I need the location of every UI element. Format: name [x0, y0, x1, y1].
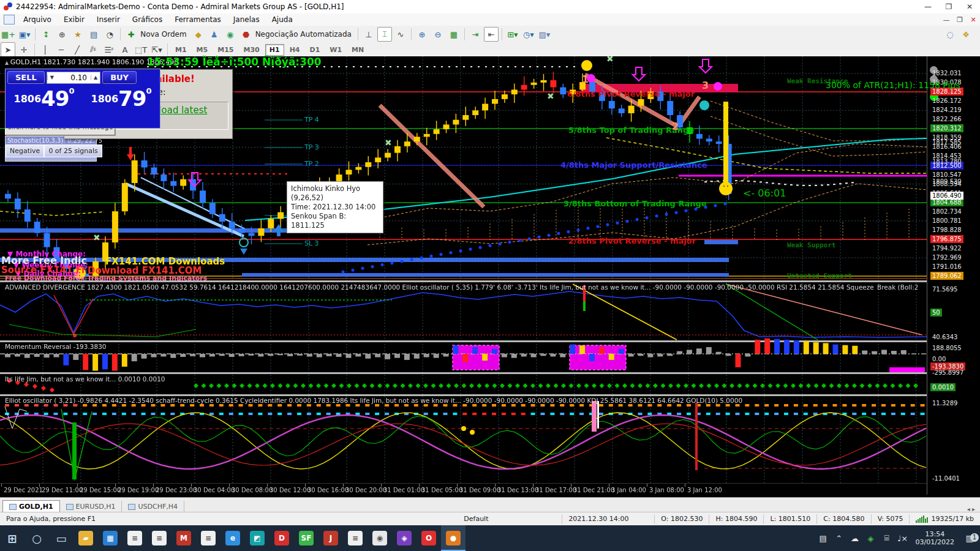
search-icon[interactable]: ◌	[943, 27, 957, 42]
chart-label-atr: 300% of ATR(21;H1): 1158 Pips	[826, 80, 960, 90]
document-3-icon[interactable]: ≡	[343, 525, 368, 551]
volume-down-icon[interactable]: ▼	[47, 75, 56, 80]
menu-ferramentas[interactable]: Ferramentas	[168, 14, 227, 25]
menu-janelas[interactable]: Janelas	[227, 14, 266, 25]
signals-icon[interactable]: ◉	[223, 27, 238, 42]
chart-tab-goldh1[interactable]: GOLD,H1	[2, 500, 60, 512]
teal-app-icon[interactable]: ◩	[245, 525, 270, 551]
timeframe-M30[interactable]: M30	[239, 44, 263, 56]
toolbox-button[interactable]: ▤	[86, 27, 101, 42]
chart-tab-eurusdh1[interactable]: EURUSD,H1	[60, 501, 123, 512]
chart-tab-usdchfh4[interactable]: USDCHF,H4	[122, 501, 184, 512]
line-chart-button[interactable]: ∿	[393, 27, 408, 42]
file-explorer-icon[interactable]: ▰	[74, 525, 98, 551]
cursor-tool[interactable]: ➤	[1, 42, 15, 57]
maximize-button[interactable]: ❐	[938, 2, 959, 11]
arrows-tool[interactable]: ⇱▾	[149, 42, 164, 57]
chat-icon[interactable]: ❖	[959, 27, 973, 42]
navigator-button[interactable]: ★	[70, 27, 85, 42]
sell-button[interactable]: SELL	[7, 71, 45, 84]
notification-center-icon[interactable]: ▥1	[959, 533, 980, 543]
timeframe-MN[interactable]: MN	[347, 44, 368, 56]
opera-icon[interactable]: O	[417, 525, 441, 551]
edge-browser-icon[interactable]: e	[221, 525, 245, 551]
new-chart-button[interactable]: ▦+	[1, 27, 16, 42]
depth-of-market-icon[interactable]: ♟	[207, 27, 222, 42]
buy-button[interactable]: BUY	[102, 71, 137, 84]
timeframe-W1[interactable]: W1	[325, 44, 346, 56]
d-app-icon[interactable]: D	[270, 525, 294, 551]
price-line-label: 1809.530	[930, 178, 963, 186]
timeframe-H1[interactable]: H1	[265, 44, 284, 56]
sf-app-icon[interactable]: SF	[294, 525, 318, 551]
j-app-icon[interactable]: J	[318, 525, 343, 551]
mdi-close-button[interactable]: ✕	[967, 16, 980, 24]
algo-trading-button[interactable]: Negociação Automatizada	[255, 30, 352, 39]
equidistant-channel-tool[interactable]: ⫽E	[86, 42, 100, 57]
templates-button[interactable]: ▨▾	[537, 27, 552, 42]
active-app-icon[interactable]: ●	[441, 525, 466, 551]
chrome-icon[interactable]: ◉	[368, 525, 392, 551]
menu-gráficos[interactable]: Gráficos	[126, 14, 168, 25]
horizontal-line-tool[interactable]: ─	[54, 42, 69, 57]
timeframe-M15[interactable]: M15	[213, 44, 238, 56]
zoom-out-button[interactable]: ⊖	[431, 27, 445, 42]
mdi-minimize-button[interactable]: —	[940, 16, 953, 24]
chart-shift-button[interactable]: ⇤	[484, 27, 499, 42]
news-tray-icon[interactable]: ▤	[815, 534, 831, 543]
menu-inserir[interactable]: Inserir	[91, 14, 126, 25]
onedrive-icon[interactable]: ☁	[847, 534, 863, 543]
metaeditor-icon[interactable]: ◆	[191, 27, 206, 42]
candlestick-chart-button[interactable]: ⌶	[377, 27, 392, 42]
search-icon[interactable]: ○	[24, 525, 49, 551]
new-order-button[interactable]: Nova Ordem	[140, 30, 186, 39]
chevron-up-icon[interactable]: ⌃	[831, 534, 847, 543]
indicators-button[interactable]: ⊞▾	[505, 27, 520, 42]
volume-value[interactable]: 0.10	[56, 72, 91, 83]
timeframe-H4[interactable]: H4	[285, 44, 304, 56]
periods-button[interactable]: ◷▾	[521, 27, 536, 42]
vertical-line-tool[interactable]: │	[38, 42, 53, 57]
crosshair-tool[interactable]: ✛	[17, 42, 31, 57]
defender-icon[interactable]: ◈	[863, 534, 879, 543]
document-2-icon[interactable]: ≡	[196, 525, 221, 551]
metatrader-icon[interactable]: M	[172, 525, 196, 551]
task-view-icon[interactable]: ▭	[49, 525, 74, 551]
volume-up-icon[interactable]: ▲	[91, 75, 100, 80]
algo-trading-icon[interactable]: ⬣	[239, 27, 254, 42]
bid-price[interactable]: 1806490	[6, 85, 83, 112]
timeframe-M1[interactable]: M1	[171, 44, 191, 56]
notepad-icon[interactable]: ≡	[123, 525, 147, 551]
close-button[interactable]: ✕	[959, 2, 980, 11]
bar-chart-button[interactable]: ⊥	[361, 27, 376, 42]
start-icon[interactable]: ⊞	[0, 525, 24, 551]
zoom-in-button[interactable]: ⊕	[415, 27, 429, 42]
timeframe-D1[interactable]: D1	[306, 44, 325, 56]
auto-scroll-button[interactable]: ⇥	[468, 27, 483, 42]
tile-windows-button[interactable]: ▦	[447, 27, 461, 42]
data-window-button[interactable]: ⊕	[55, 27, 69, 42]
trendline-tool[interactable]: ╱	[70, 42, 85, 57]
minimize-button[interactable]: —	[918, 2, 938, 11]
firefox-icon[interactable]: ◈	[392, 525, 417, 551]
menu-arquivo[interactable]: Arquivo	[17, 14, 58, 25]
volume-muted-icon[interactable]: ♩×	[895, 534, 911, 543]
fibonacci-tool[interactable]: ☰F	[102, 42, 116, 57]
chart-profiles-button[interactable]: ▣▾	[17, 27, 32, 42]
network-icon[interactable]: ⌸	[879, 533, 895, 543]
volume-stepper[interactable]: ▼ 0.10 ▲	[47, 72, 100, 84]
store-icon[interactable]: ▦	[98, 525, 123, 551]
ask-price[interactable]: 1806790	[83, 85, 160, 112]
label-tool[interactable]: ⬚T	[134, 42, 148, 57]
timeframe-M5[interactable]: M5	[192, 44, 213, 56]
document-icon[interactable]: ≡	[147, 525, 172, 551]
menu-exibir[interactable]: Exibir	[58, 14, 91, 25]
new-order-icon[interactable]: ✚	[124, 27, 138, 42]
strategy-tester-button[interactable]: ◔	[102, 27, 117, 42]
menu-ajuda[interactable]: Ajuda	[266, 14, 299, 25]
status-profile[interactable]: Default	[458, 514, 562, 524]
mdi-restore-button[interactable]: ❐	[953, 16, 967, 24]
market-watch-button[interactable]: ↕	[39, 27, 53, 42]
text-tool[interactable]: A	[118, 42, 132, 57]
taskbar-clock[interactable]: 13:5403/01/2022	[916, 530, 954, 546]
